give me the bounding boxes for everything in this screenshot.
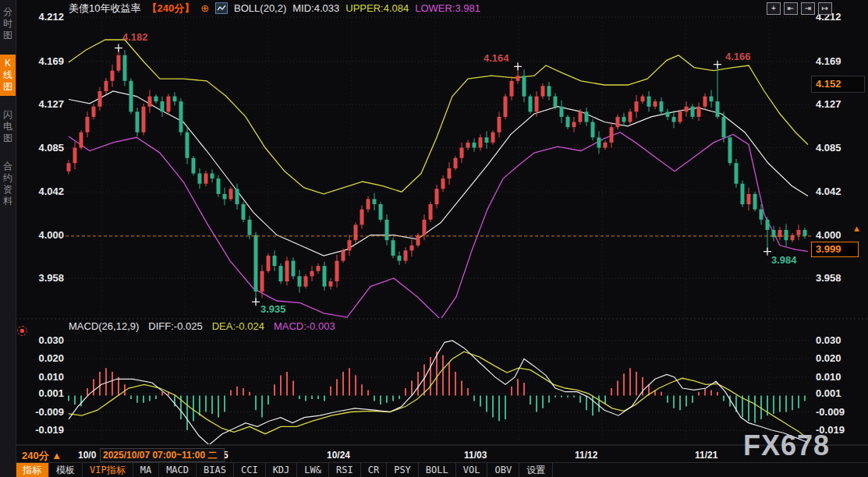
toolbar-item-MACD[interactable]: MACD bbox=[159, 463, 197, 477]
x-axis-label: 11/03 bbox=[464, 450, 487, 461]
y-axis-label: 4.042 bbox=[816, 186, 841, 197]
macd-axis-label: -0.009 bbox=[816, 406, 845, 418]
extreme-price-label: 4.182 bbox=[122, 31, 148, 43]
toolbar-item-设置[interactable]: 设置 bbox=[519, 463, 553, 477]
indicator-burst-icon bbox=[17, 326, 27, 336]
macd-params: MACD(26,12,9) bbox=[69, 320, 139, 332]
macd-axis-label: -0.019 bbox=[816, 424, 845, 436]
toolbar-item-LW&[interactable]: LW& bbox=[297, 463, 329, 477]
toolbar-item-MA[interactable]: MA bbox=[133, 463, 159, 477]
add-indicator-icon[interactable]: ⊕ bbox=[200, 2, 209, 14]
chart-header: 美债10年收益率 【240分】 ⊕ BOLL(20,2) MID:4.033 U… bbox=[69, 1, 480, 16]
y-axis-label: 4.169 bbox=[816, 55, 841, 67]
toolbar-item-OBV[interactable]: OBV bbox=[487, 463, 519, 477]
toolbar-item-VOL[interactable]: VOL bbox=[456, 463, 488, 477]
y-axis-label: 4.127 bbox=[816, 98, 841, 110]
y-axis-label: 3.958 bbox=[28, 272, 64, 284]
datetime-tooltip: 2025/10/07 07:00~11:00 二 bbox=[100, 448, 225, 462]
chart-tool-icons: +⇤⇥↦ bbox=[767, 2, 832, 15]
boll-mid-value: MID:4.033 bbox=[292, 2, 339, 14]
macd-axis-label: 0.001 bbox=[816, 387, 841, 399]
macd-histogram bbox=[69, 352, 805, 430]
compress-axis-icon[interactable]: ⇤ bbox=[784, 2, 798, 15]
toolbar-item-BIAS[interactable]: BIAS bbox=[197, 463, 234, 477]
toolbar-item-CR[interactable]: CR bbox=[361, 463, 387, 477]
timeframe-badge[interactable]: 240分 ▲ bbox=[22, 449, 62, 463]
macd-diff-value: DIFF:-0.025 bbox=[148, 320, 202, 332]
y-axis-label: 4.000 bbox=[816, 229, 841, 241]
macd-axis-label: 0.010 bbox=[28, 371, 64, 383]
x-axis-label: 10/24 bbox=[327, 450, 350, 461]
extreme-price-label: 4.164 bbox=[484, 52, 509, 64]
toolbar-item-KDJ[interactable]: KDJ bbox=[266, 463, 298, 477]
sidebar-tab-合约资料[interactable]: 合约资料 bbox=[0, 157, 16, 210]
macd-header: MACD(26,12,9) DIFF:-0.025 DEA:-0.024 MAC… bbox=[69, 320, 335, 332]
sidebar-tab-K线图[interactable]: K线图 bbox=[0, 55, 16, 96]
macd-pane bbox=[69, 341, 807, 445]
y-axis-label: 4.212 bbox=[28, 11, 64, 23]
x-axis-label: 11/12 bbox=[575, 450, 597, 461]
extreme-price-label: 3.935 bbox=[260, 303, 286, 315]
macd-axis-label: -0.009 bbox=[28, 406, 64, 418]
trading-app-window: 4.1823.9354.1644.1663.984 分时图K线图闪电图合约资料 … bbox=[0, 0, 868, 477]
x-axis-label: 11/21 bbox=[695, 450, 717, 461]
boll-label: BOLL(20,2) bbox=[234, 2, 286, 14]
sidebar-tab-分时图[interactable]: 分时图 bbox=[0, 3, 16, 44]
extreme-price-label: 3.984 bbox=[771, 254, 797, 266]
macd-axis-label: 0.030 bbox=[28, 334, 64, 346]
y-axis-label: 4.085 bbox=[816, 142, 841, 154]
axis-highlight-value: 4.152 bbox=[811, 76, 865, 93]
main-pane bbox=[67, 40, 809, 320]
instrument-title: 美债10年收益率 bbox=[69, 2, 140, 16]
macd-dea-value: DEA:-0.024 bbox=[212, 320, 264, 332]
toolbar-item-VIP指标[interactable]: VIP指标 bbox=[83, 463, 133, 477]
macd-axis-label: -0.019 bbox=[28, 424, 64, 436]
extreme-price-label: 4.166 bbox=[725, 51, 751, 62]
boll-lower-value: LOWER:3.981 bbox=[415, 2, 480, 14]
y-axis-label: 4.127 bbox=[28, 98, 64, 110]
period-tag: 【240分】 bbox=[147, 2, 194, 16]
toolbar-item-指标[interactable]: 指标 bbox=[16, 463, 49, 477]
macd-axis-label: 0.020 bbox=[816, 352, 841, 364]
y-axis-label: 4.042 bbox=[28, 186, 64, 197]
dea-line bbox=[69, 352, 807, 438]
pan-icon[interactable]: + bbox=[767, 2, 781, 15]
mini-chart-icon bbox=[215, 2, 228, 14]
price-up-arrow-icon: ▲ bbox=[852, 224, 861, 233]
sidebar-tab-闪电图[interactable]: 闪电图 bbox=[0, 106, 16, 147]
chart-canvas[interactable]: 4.1823.9354.1644.1663.984 bbox=[0, 0, 868, 477]
y-axis-label: 4.000 bbox=[28, 229, 64, 241]
macd-axis-label: 0.030 bbox=[816, 334, 841, 346]
x-axis-label: 10/0 bbox=[78, 450, 96, 461]
macd-axis-label: 0.001 bbox=[28, 387, 64, 399]
macd-hist-value: MACD:-0.003 bbox=[274, 320, 335, 332]
toolbar-item-RSI[interactable]: RSI bbox=[329, 463, 361, 477]
boll-upper-value: UPPER:4.084 bbox=[345, 2, 409, 14]
y-axis-label: 3.958 bbox=[816, 272, 841, 284]
y-axis-label: 4.169 bbox=[28, 55, 64, 67]
boll-lower-line bbox=[69, 132, 808, 320]
toolbar-item-BOLL[interactable]: BOLL bbox=[419, 463, 456, 477]
toolbar-item-PSY[interactable]: PSY bbox=[387, 463, 419, 477]
diff-line bbox=[69, 341, 807, 445]
y-axis-label: 4.085 bbox=[28, 142, 64, 154]
toolbar-item-CCI[interactable]: CCI bbox=[234, 463, 266, 477]
macd-axis-label: 0.020 bbox=[28, 352, 64, 364]
indicator-toolbar: 指标模板VIP指标MAMACDBIASCCIKDJLW&RSICRPSYBOLL… bbox=[16, 462, 868, 477]
shift-right-icon[interactable]: ↦ bbox=[818, 2, 832, 15]
macd-axis-label: 0.010 bbox=[816, 371, 841, 383]
sidebar: 分时图K线图闪电图合约资料 bbox=[0, 0, 16, 477]
current-price-box: 3.999 bbox=[811, 242, 859, 257]
toolbar-item-模板[interactable]: 模板 bbox=[49, 463, 83, 477]
expand-axis-icon[interactable]: ⇥ bbox=[801, 2, 815, 15]
